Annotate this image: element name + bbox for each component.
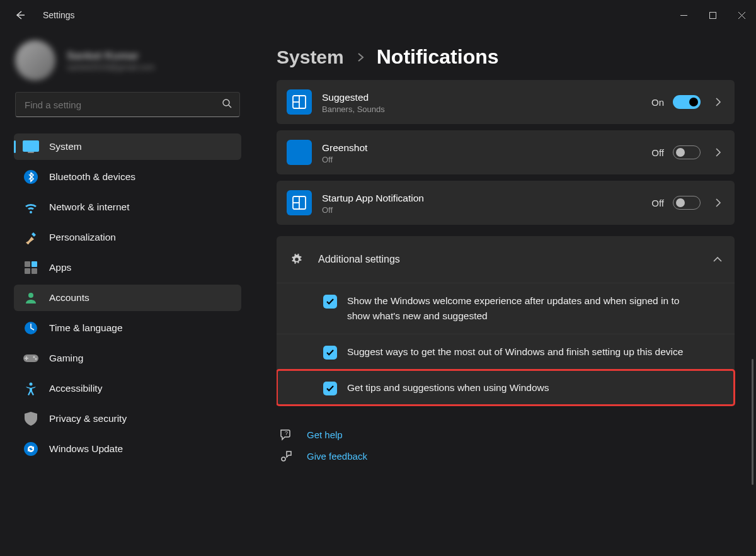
sidebar-item-accessibility[interactable]: Accessibility <box>14 375 241 402</box>
section-title: Additional settings <box>318 254 713 265</box>
give-feedback-link[interactable]: Give feedback <box>279 450 735 462</box>
page-title: Notifications <box>377 45 499 69</box>
svg-point-18 <box>30 383 33 386</box>
feedback-icon <box>279 450 293 462</box>
apps-icon <box>21 258 40 277</box>
close-button[interactable] <box>727 3 756 28</box>
breadcrumb-parent[interactable]: System <box>277 47 344 68</box>
breadcrumb: System Notifications <box>277 45 737 69</box>
app-row-subtitle: Off <box>322 155 643 164</box>
sidebar-item-label: Gaming <box>49 353 83 364</box>
svg-rect-11 <box>25 268 30 274</box>
minimize-button[interactable] <box>669 3 698 28</box>
sidebar-item-label: Bluetooth & devices <box>49 171 135 183</box>
user-account-block[interactable]: Sanket Kumar sanket2019@gmail.com <box>10 38 245 88</box>
sidebar-item-personalization[interactable]: Personalization <box>14 224 241 251</box>
sidebar-item-privacy[interactable]: Privacy & security <box>14 406 241 432</box>
sidebar: Sanket Kumar sanket2019@gmail.com System <box>0 30 255 556</box>
sidebar-item-time[interactable]: Time & language <box>14 315 241 341</box>
chevron-up-icon <box>713 254 722 265</box>
shield-icon <box>21 409 40 428</box>
notification-app-row[interactable]: Suggested Banners, Sounds On <box>277 80 735 124</box>
chevron-right-icon <box>712 98 724 106</box>
clock-globe-icon <box>21 319 40 338</box>
checkbox-checked-icon[interactable] <box>323 346 337 360</box>
svg-rect-7 <box>28 152 34 153</box>
svg-point-27 <box>282 457 285 461</box>
notification-app-row[interactable]: Greenshot Off Off <box>277 130 735 174</box>
svg-rect-12 <box>32 268 37 274</box>
svg-rect-6 <box>23 140 39 152</box>
window-controls <box>669 3 756 28</box>
svg-point-16 <box>33 356 35 358</box>
sidebar-item-label: Privacy & security <box>49 413 127 424</box>
toggle-switch[interactable] <box>673 145 701 159</box>
app-icon <box>287 89 312 115</box>
titlebar: Settings <box>0 0 756 30</box>
svg-text:?: ? <box>285 430 288 436</box>
checkbox-row[interactable]: Suggest ways to get the most out of Wind… <box>277 334 735 370</box>
update-icon <box>21 440 40 458</box>
additional-settings-header[interactable]: Additional settings <box>277 236 735 283</box>
user-email: sanket2019@gmail.com <box>67 62 155 72</box>
sidebar-item-accounts[interactable]: Accounts <box>14 285 241 311</box>
scrollbar[interactable] <box>752 88 754 542</box>
notification-app-row[interactable]: Startup App Notification Off Off <box>277 181 735 225</box>
gears-icon <box>288 252 306 266</box>
sidebar-item-bluetooth[interactable]: Bluetooth & devices <box>14 164 241 190</box>
sidebar-item-apps[interactable]: Apps <box>14 254 241 281</box>
gamepad-icon <box>21 349 40 368</box>
app-row-title: Greenshot <box>322 141 643 155</box>
footer-links: ? Get help Give feedback <box>279 428 735 462</box>
toggle-state-label: On <box>651 97 664 108</box>
app-title: Settings <box>43 10 75 20</box>
sidebar-item-gaming[interactable]: Gaming <box>14 345 241 372</box>
chevron-right-icon <box>712 198 724 207</box>
sidebar-item-label: Accounts <box>49 292 89 304</box>
toggle-switch[interactable] <box>673 196 701 210</box>
system-icon <box>21 137 40 156</box>
svg-rect-10 <box>32 261 37 267</box>
sidebar-item-network[interactable]: Network & internet <box>14 194 241 220</box>
nav-list: System Bluetooth & devices Network & int… <box>10 133 245 462</box>
sidebar-item-label: Accessibility <box>49 383 102 394</box>
checkbox-row[interactable]: Show the Windows welcome experience afte… <box>277 283 735 334</box>
checkbox-checked-icon[interactable] <box>323 295 337 309</box>
app-row-title: Startup App Notification <box>322 191 643 205</box>
chevron-right-icon <box>357 50 364 66</box>
footer-link-label: Give feedback <box>307 451 367 462</box>
help-icon: ? <box>279 428 293 441</box>
back-button[interactable] <box>13 8 28 23</box>
sidebar-item-label: System <box>49 141 82 152</box>
maximize-button[interactable] <box>698 3 727 28</box>
svg-rect-9 <box>25 261 30 267</box>
checkbox-label: Suggest ways to get the most out of Wind… <box>347 344 683 360</box>
footer-link-label: Get help <box>307 429 343 440</box>
sidebar-item-label: Time & language <box>49 322 123 334</box>
search-input[interactable] <box>23 99 222 111</box>
toggle-switch[interactable] <box>673 95 701 109</box>
bluetooth-icon <box>21 167 40 186</box>
checkbox-row-highlighted[interactable]: Get tips and suggestions when using Wind… <box>277 370 735 406</box>
avatar <box>15 40 55 81</box>
sidebar-item-system[interactable]: System <box>14 133 241 160</box>
app-row-subtitle: Off <box>322 205 643 215</box>
sidebar-item-update[interactable]: Windows Update <box>14 436 241 462</box>
svg-line-5 <box>229 105 231 108</box>
svg-point-17 <box>35 358 37 360</box>
sidebar-item-label: Network & internet <box>49 201 130 213</box>
svg-rect-1 <box>709 12 716 18</box>
brush-icon <box>21 228 40 247</box>
get-help-link[interactable]: ? Get help <box>279 428 735 441</box>
app-row-subtitle: Banners, Sounds <box>322 105 643 114</box>
app-icon <box>287 190 312 215</box>
checkbox-checked-icon[interactable] <box>323 382 337 395</box>
additional-settings-list: Show the Windows welcome experience afte… <box>277 283 735 406</box>
search-input-wrap[interactable] <box>15 92 240 117</box>
app-icon <box>287 140 312 165</box>
accessibility-icon <box>21 379 40 398</box>
person-icon <box>21 288 40 307</box>
sidebar-item-label: Windows Update <box>49 443 123 455</box>
chevron-right-icon <box>712 148 724 157</box>
wifi-icon <box>21 198 40 217</box>
